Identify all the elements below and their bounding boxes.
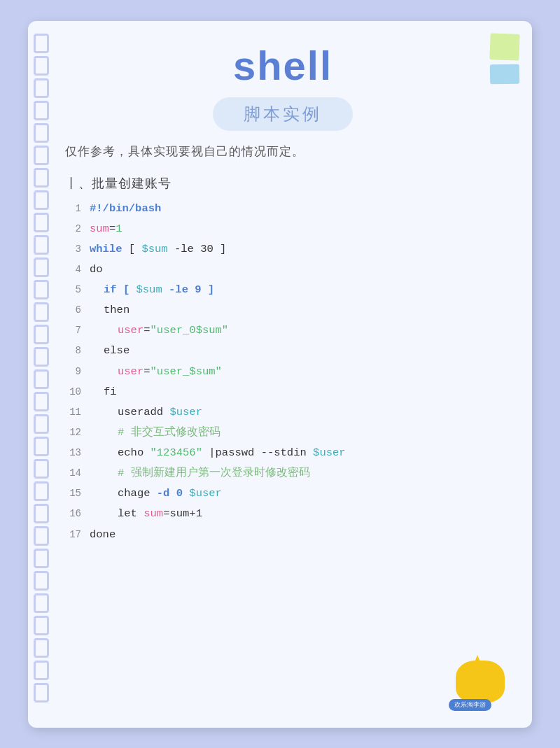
- line-content: while [ $sum -le 30 ]: [90, 240, 504, 259]
- spiral-ring: [34, 101, 49, 120]
- code-token: sum: [90, 223, 109, 235]
- line-number: 8: [62, 342, 81, 360]
- code-token: fi: [104, 386, 117, 398]
- spiral-ring: [34, 392, 49, 411]
- code-token: =: [144, 324, 150, 337]
- notebook: shell 脚本实例 仅作参考，具体实现要视自己的情况而定。 丨、批量创建账号 …: [28, 21, 532, 728]
- code-line: 2sum=1: [62, 219, 504, 239]
- spiral-ring: [34, 437, 49, 456]
- code-line: 11useradd $user: [62, 402, 504, 423]
- mascot-body: [456, 661, 505, 703]
- code-token: [: [122, 243, 142, 255]
- line-number: 7: [62, 322, 81, 339]
- line-content: #!/bin/bash: [90, 199, 504, 218]
- mascot-badge: 欢乐淘李游: [449, 699, 491, 711]
- code-token: "user_0$sum": [150, 324, 229, 337]
- spiral-ring: [34, 526, 49, 546]
- subtitle-badge: 脚本实例: [213, 97, 353, 131]
- line-content: chage -d 0 $user: [90, 484, 504, 503]
- line-content: then: [90, 301, 504, 320]
- code-token: user: [118, 365, 144, 378]
- code-line: 3while [ $sum -le 30 ]: [62, 239, 504, 260]
- code-token: $sum: [141, 243, 167, 255]
- line-content: echo "123456" |passwd --stdin $user: [90, 444, 504, 463]
- sticky-note-green: [489, 33, 519, 60]
- spiral-ring: [34, 146, 49, 165]
- spiral-binding: [28, 21, 55, 728]
- code-token: =sum+1: [163, 507, 202, 520]
- code-token: let: [118, 507, 144, 520]
- code-line: 6then: [62, 300, 504, 320]
- spiral-ring: [34, 257, 49, 277]
- spiral-ring: [34, 504, 49, 523]
- line-number: 4: [62, 261, 81, 278]
- line-number: 1: [62, 200, 81, 218]
- code-line: 4do: [62, 260, 504, 280]
- section-heading: 丨、批量创建账号: [65, 175, 504, 192]
- code-line: 10fi: [62, 382, 504, 402]
- line-content: done: [90, 525, 504, 544]
- spiral-ring: [34, 683, 49, 703]
- spiral-ring: [34, 549, 49, 568]
- spiral-ring: [34, 369, 49, 389]
- code-line: 13echo "123456" |passwd --stdin $user: [62, 443, 504, 463]
- line-number: 2: [62, 220, 81, 238]
- sticky-notes: [490, 34, 519, 84]
- code-line: 5if [ $sum -le 9 ]: [62, 280, 504, 300]
- description-text: 仅作参考，具体实现要视自己的情况而定。: [65, 143, 504, 160]
- code-token: done: [90, 528, 115, 541]
- code-token: "user_$sum": [150, 365, 222, 378]
- code-token: $user: [313, 446, 346, 459]
- code-token: #!/bin/bash: [90, 202, 161, 215]
- code-token: # 非交互式修改密码: [118, 426, 220, 439]
- line-content: # 非交互式修改密码: [90, 423, 504, 442]
- spiral-ring: [34, 56, 49, 76]
- code-line: 1#!/bin/bash: [62, 199, 504, 219]
- code-token: # 强制新建用户第一次登录时修改密码: [118, 467, 310, 479]
- code-line: 15chage -d 0 $user: [62, 484, 504, 504]
- code-token: echo: [118, 446, 150, 459]
- line-number: 17: [62, 526, 81, 544]
- line-number: 6: [62, 302, 81, 319]
- line-content: if [ $sum -le 9 ]: [90, 281, 504, 299]
- line-number: 12: [62, 424, 81, 442]
- code-token: user: [118, 324, 144, 337]
- spiral-ring: [34, 34, 49, 53]
- spiral-ring: [34, 302, 49, 322]
- line-content: do: [90, 260, 504, 279]
- line-content: let sum=sum+1: [90, 504, 504, 523]
- line-content: sum=1: [90, 220, 504, 239]
- spiral-ring: [34, 638, 49, 658]
- code-token: 1: [115, 223, 122, 235]
- spiral-ring: [34, 481, 49, 501]
- code-token: $sum: [136, 283, 162, 296]
- line-number: 14: [62, 465, 81, 482]
- line-content: else: [90, 341, 504, 360]
- code-line: 12# 非交互式修改密码: [62, 423, 504, 443]
- line-number: 15: [62, 485, 81, 502]
- code-token: if [: [104, 283, 136, 296]
- line-content: useradd $user: [90, 403, 504, 422]
- line-number: 16: [62, 505, 81, 523]
- line-content: user="user_0$sum": [90, 321, 504, 340]
- code-token: chage: [118, 487, 157, 500]
- mascot: 欢乐淘李游: [452, 655, 515, 711]
- line-number: 13: [62, 444, 81, 462]
- spiral-ring: [34, 414, 49, 434]
- spiral-ring: [34, 213, 49, 232]
- code-token: then: [104, 304, 130, 316]
- spiral-ring: [34, 459, 49, 479]
- code-token: $user: [169, 406, 202, 418]
- line-content: # 强制新建用户第一次登录时修改密码: [90, 464, 504, 483]
- code-line: 16let sum=sum+1: [62, 504, 504, 524]
- code-token: "123456": [150, 446, 202, 459]
- code-token: do: [90, 263, 103, 276]
- spiral-ring: [34, 661, 49, 680]
- sticky-note-blue: [490, 64, 519, 84]
- code-token: -d 0: [157, 487, 190, 500]
- code-token: while: [90, 243, 122, 255]
- main-content: shell 脚本实例 仅作参考，具体实现要视自己的情况而定。 丨、批量创建账号 …: [55, 21, 532, 728]
- page-title: shell: [62, 42, 504, 89]
- code-line: 7user="user_0$sum": [62, 320, 504, 341]
- code-token: else: [104, 344, 130, 357]
